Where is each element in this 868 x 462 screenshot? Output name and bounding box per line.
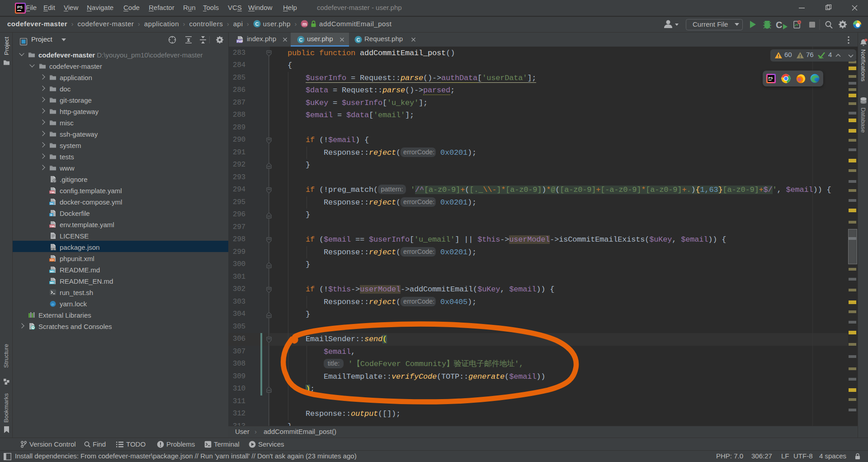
svg-text:YML: YML xyxy=(50,191,55,194)
svg-text:PS: PS xyxy=(769,76,773,80)
svg-text:MD: MD xyxy=(50,281,54,284)
svg-text:C: C xyxy=(255,21,259,27)
svg-text:<>: <> xyxy=(50,258,54,262)
svg-text:{0}: {0} xyxy=(50,247,57,251)
svg-text:PHP: PHP xyxy=(237,40,243,43)
svg-text:C: C xyxy=(299,37,303,43)
svg-text:D: D xyxy=(50,214,52,216)
svg-text:PS: PS xyxy=(17,5,23,10)
svg-text:Current File: Current File xyxy=(693,20,728,28)
svg-text:m: m xyxy=(302,21,307,27)
svg-text:C: C xyxy=(357,37,360,43)
svg-text:C: C xyxy=(776,20,782,30)
svg-text:DC: DC xyxy=(50,202,54,205)
svg-text:MD: MD xyxy=(50,270,54,273)
svg-text:YML: YML xyxy=(50,225,55,228)
